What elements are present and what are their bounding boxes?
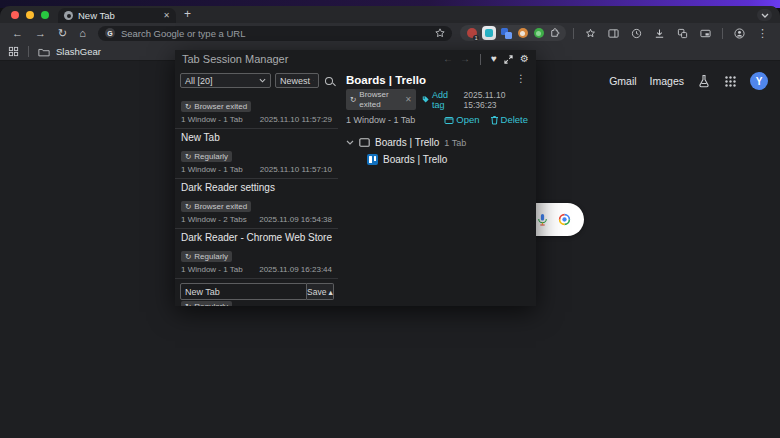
autosave-refresh-icon: ↻ — [185, 252, 191, 261]
session-title: Dark Reader settings — [181, 182, 332, 193]
screen: New Tab ✕ + ← → ↻ ⌂ G Search Google or t… — [0, 0, 780, 438]
popup-header-divider — [480, 54, 481, 65]
session-list-panel: All [20] Newest ↻Browser exited 1 Window — [175, 68, 338, 306]
images-link[interactable]: Images — [650, 75, 684, 87]
autosave-refresh-icon: ↻ — [350, 95, 356, 104]
google-apps-grid-icon[interactable] — [724, 75, 737, 88]
tab-title: New Tab — [78, 10, 158, 21]
search-icon[interactable] — [325, 77, 333, 85]
window-tab-count: 1 Tab — [444, 138, 466, 148]
popup-title: Tab Session Manager — [182, 53, 436, 65]
tab-node[interactable]: Boards | Trello — [367, 154, 528, 165]
detail-date: 2025.11.10 15:36:23 — [464, 90, 529, 110]
reload-button[interactable]: ↻ — [54, 28, 71, 39]
window-icon — [359, 138, 370, 147]
translate-icon[interactable] — [673, 28, 692, 39]
home-button[interactable]: ⌂ — [75, 28, 90, 39]
gmail-link[interactable]: Gmail — [609, 75, 636, 87]
bookmark-folder-slashgear[interactable]: SlashGear — [56, 46, 101, 57]
detail-tag-badge[interactable]: ↻ Browser exited ✕ — [346, 89, 416, 110]
browser-tab[interactable]: New Tab ✕ — [58, 8, 176, 23]
detail-session-title: Boards | Trello — [346, 74, 514, 86]
tab-close-icon[interactable]: ✕ — [163, 11, 170, 20]
session-info: 1 Window - 2 Tabs — [181, 215, 247, 224]
window-node[interactable]: Boards | Trello 1 Tab — [346, 137, 528, 148]
autosave-refresh-icon: ↻ — [185, 302, 191, 306]
remove-tag-icon[interactable]: ✕ — [405, 95, 412, 105]
session-list: ↻Browser exited 1 Window - 1 Tab2025.11.… — [175, 92, 338, 306]
save-button[interactable]: Save▴ — [307, 283, 334, 300]
list-controls: All [20] Newest — [175, 68, 338, 92]
session-name-input[interactable] — [180, 283, 307, 300]
sort-dropdown[interactable]: Newest — [275, 73, 319, 88]
extensions-puzzle-icon[interactable] — [549, 28, 560, 39]
extension-icon-2[interactable] — [501, 28, 512, 39]
extension-icon-4[interactable] — [533, 28, 544, 39]
session-info: 1 Window - 1 Tab — [181, 265, 243, 274]
minimize-window-button[interactable] — [26, 11, 34, 19]
session-item[interactable]: Dark Reader - Chrome Web Store ↻Regularl… — [175, 229, 338, 279]
extension-icon-1[interactable]: 1 — [466, 28, 477, 39]
chevron-down-icon — [313, 78, 314, 83]
session-tree: Boards | Trello 1 Tab Boards | Trello — [346, 137, 528, 165]
settings-gear-icon[interactable]: ⚙ — [520, 54, 529, 64]
extension-icon-3[interactable] — [517, 28, 528, 39]
browser-menu-kebab-icon[interactable]: ⋮ — [753, 28, 772, 39]
chevron-down-icon[interactable] — [346, 140, 354, 145]
zoom-window-button[interactable] — [41, 11, 49, 19]
picture-in-picture-icon[interactable] — [696, 28, 715, 39]
session-date: 2025.11.09 16:54:38 — [259, 215, 332, 224]
save-session-row: Save▴ — [180, 283, 333, 300]
tab-session-manager-extension-icon[interactable] — [482, 26, 496, 40]
open-session-button[interactable]: Open — [444, 114, 479, 125]
redo-icon[interactable]: → — [460, 54, 470, 64]
address-bar-placeholder: Search Google or type a URL — [121, 28, 429, 39]
tab-favicon — [64, 11, 73, 20]
undo-icon[interactable]: ← — [443, 54, 453, 64]
filter-value: All [20] — [185, 76, 256, 86]
folder-icon — [38, 47, 50, 57]
session-date: 2025.11.09 16:23:44 — [259, 265, 332, 274]
autosave-refresh-icon: ↻ — [185, 202, 191, 211]
bookmark-star-icon[interactable] — [435, 28, 445, 38]
history-icon[interactable] — [627, 28, 646, 39]
session-item[interactable]: ↻Browser exited 1 Window - 1 Tab2025.11.… — [175, 92, 338, 129]
profile-avatar-icon[interactable] — [730, 28, 749, 39]
address-bar[interactable]: G Search Google or type a URL — [98, 26, 452, 41]
search-labs-flask-icon[interactable] — [697, 74, 711, 88]
delete-session-button[interactable]: Delete — [490, 114, 528, 125]
tab-search-button[interactable] — [757, 9, 772, 21]
session-item[interactable]: New Tab ↻Regularly 1 Window - 1 Tab2025.… — [175, 129, 338, 179]
download-icon[interactable] — [650, 28, 669, 39]
add-tag-button[interactable]: Add tag — [422, 90, 458, 110]
new-tab-button[interactable]: + — [176, 7, 199, 23]
window-controls — [0, 11, 58, 23]
extensions-pill: 1 — [460, 25, 566, 41]
close-window-button[interactable] — [11, 11, 19, 19]
popup-body: All [20] Newest ↻Browser exited 1 Window — [175, 68, 536, 306]
profile-avatar[interactable]: Y — [750, 72, 768, 90]
tab-strip: New Tab ✕ + — [0, 6, 780, 23]
back-button[interactable]: ← — [8, 28, 27, 39]
trello-favicon — [367, 154, 378, 165]
save-menu-caret-icon: ▴ — [328, 287, 332, 297]
browser-window: New Tab ✕ + ← → ↻ ⌂ G Search Google or t… — [0, 6, 780, 438]
browser-toolbar: ← → ↻ ⌂ G Search Google or type a URL 1 — [0, 23, 780, 43]
session-item[interactable]: Dark Reader settings ↻Browser exited 1 W… — [175, 179, 338, 229]
apps-grid-icon[interactable] — [8, 46, 19, 57]
forward-button[interactable]: → — [31, 28, 50, 39]
donate-heart-icon[interactable]: ♥ — [491, 54, 497, 64]
google-lens-icon[interactable] — [558, 213, 571, 226]
extension-badge: 1 — [473, 35, 479, 41]
bookmarks-divider — [28, 46, 29, 57]
tab-node-title: Boards | Trello — [383, 154, 447, 165]
detail-menu-kebab-icon[interactable]: ⋮ — [514, 74, 528, 84]
chevron-down-icon — [761, 13, 769, 18]
bookmark-sparkle-icon[interactable] — [581, 28, 600, 39]
filter-dropdown[interactable]: All [20] — [180, 73, 271, 88]
side-panel-icon[interactable] — [604, 28, 623, 39]
session-title: New Tab — [181, 132, 332, 143]
voice-search-mic-icon[interactable] — [536, 213, 549, 226]
expand-icon[interactable] — [504, 55, 513, 64]
session-info: 1 Window - 1 Tab — [181, 165, 243, 174]
